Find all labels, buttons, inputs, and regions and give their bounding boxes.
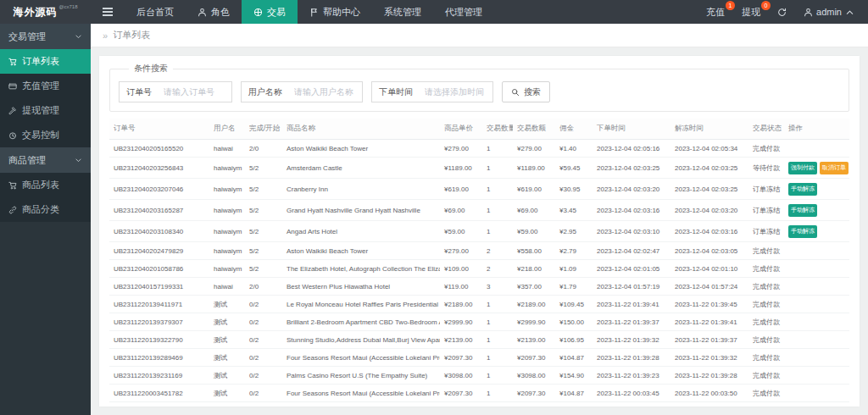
cell-qty: 1 (482, 158, 513, 179)
cell-product: Palms Casino Resort U.S (The Empathy Sui… (282, 367, 440, 385)
cell-commission: ¥1.40 (555, 140, 593, 158)
person-icon (804, 8, 813, 17)
table-row: UB2312040203207046haiwaiym5/2Cranberry I… (109, 179, 849, 200)
recharge-label: 充值 (706, 7, 725, 17)
cell-commission: ¥104.87 (555, 385, 593, 402)
cell-total: ¥59.00 (513, 221, 555, 242)
cell-ratio: 2/0 (245, 140, 282, 158)
cell-unfreeze-time: 2023-11-22 01:39:28 (670, 367, 748, 385)
cell-id: UB2312040203108340 (109, 221, 209, 242)
cell-total: ¥69.00 (513, 200, 555, 221)
user-menu[interactable]: admin (804, 7, 854, 17)
cell-commission: ¥106.95 (555, 331, 593, 349)
cell-status: 完成付款 (748, 349, 784, 367)
cell-price: ¥119.00 (440, 278, 482, 296)
nav-item[interactable]: 角色 (186, 0, 242, 24)
search-button[interactable]: 搜索 (502, 81, 550, 102)
cell-order-time: 2023-11-22 01:39:23 (593, 367, 670, 385)
cell-user: 测试 (209, 313, 245, 331)
cell-ratio: 5/2 (245, 242, 282, 260)
cell-ratio: 2/0 (245, 278, 282, 296)
cell-qty: 1 (482, 296, 513, 313)
cell-price: ¥109.00 (440, 260, 482, 278)
cell-commission: ¥109.45 (555, 296, 593, 313)
withdraw-link[interactable]: 提现 0 (742, 6, 760, 19)
cell-unfreeze-time: 2023-12-04 02:05:34 (670, 140, 748, 158)
cell-product: Amsterdam Castle (282, 158, 440, 179)
cell-price: ¥3098.00 (440, 402, 482, 407)
sidebar-item-label: 充值管理 (22, 80, 59, 92)
sidebar-item[interactable]: 商品列表 (0, 173, 91, 197)
nav-item[interactable]: 系统管理 (372, 0, 433, 24)
cell-actions (784, 260, 849, 278)
cell-order-time: 2023-12-04 02:05:16 (593, 140, 670, 158)
action-button[interactable]: 手动解冻 (788, 225, 817, 238)
sidebar-section-header[interactable]: 商品管理 (0, 147, 91, 173)
action-button[interactable]: 手动解冻 (788, 204, 817, 217)
cell-unfreeze-time: 2023-11-22 01:39:37 (670, 331, 748, 349)
cell-price: ¥1189.00 (440, 158, 482, 179)
menu-toggle-icon[interactable] (91, 0, 125, 24)
nav-item[interactable]: 交易 (242, 0, 298, 24)
nav-item-label: 代理管理 (445, 6, 482, 19)
cell-product: Brilliant 2-Bedroom Apartment CBD Two-Be… (282, 313, 440, 331)
gavel-icon (8, 107, 17, 115)
cell-price: ¥279.00 (440, 140, 482, 158)
refresh-icon[interactable] (777, 8, 787, 17)
cell-qty: 1 (482, 331, 513, 349)
sidebar-item[interactable]: 提现管理 (0, 98, 91, 123)
card-icon (8, 82, 17, 91)
topbar-nav: 后台首页角色交易帮助中心系统管理代理管理 (125, 0, 494, 24)
cell-unfreeze-time: 2023-12-04 02:03:20 (670, 200, 748, 221)
nav-item[interactable]: 后台首页 (125, 0, 186, 24)
cell-qty: 2 (482, 260, 513, 278)
cell-total: ¥558.00 (513, 242, 555, 260)
cell-unfreeze-time: 2023-11-22 01:39:41 (670, 313, 748, 331)
table-row: UB2312040157199331haiwai2/0Best Western … (109, 278, 849, 296)
cell-order-time: 2023-11-22 01:39:41 (593, 296, 670, 313)
nav-item-label: 帮助中心 (323, 6, 360, 19)
cell-product: Angad Arts Hotel (282, 221, 440, 242)
sidebar-section-header[interactable]: 交易管理 (0, 24, 91, 49)
cell-ratio: 0/2 (245, 313, 282, 331)
search-field-input[interactable] (159, 82, 231, 102)
cell-total: ¥2097.30 (513, 385, 555, 402)
cell-commission: ¥2.79 (555, 242, 593, 260)
recharge-link[interactable]: 充值 1 (706, 6, 725, 19)
cell-status: 订单冻结 (748, 221, 784, 242)
cell-ratio: 5/2 (245, 179, 282, 200)
order-list-card: 条件搜索 订单号用户名称下单时间 搜索 订单号用户名完成/开始商品名称商品单价交… (99, 56, 860, 407)
breadcrumb-label: 订单列表 (113, 29, 150, 42)
cell-status: 完成付款 (748, 140, 784, 158)
cell-user: 测试 (209, 385, 245, 402)
chevron-up-icon (845, 8, 854, 17)
search-field-input[interactable] (289, 82, 362, 102)
nav-item-label: 后台首页 (136, 6, 174, 19)
cell-user: haiwaiym (209, 242, 245, 260)
cell-product: Four Seasons Resort Maui (Accessible Lok… (282, 385, 440, 402)
table-row: UB2311220139289469测试0/2Four Seasons Reso… (109, 349, 849, 367)
sidebar-item-label: 订单列表 (22, 55, 59, 68)
sidebar-item[interactable]: 商品分类 (0, 197, 91, 222)
sidebar-item[interactable]: 充值管理 (0, 74, 91, 98)
search-field-input[interactable] (420, 82, 492, 102)
cell-order-time: 2023-12-04 01:57:19 (593, 278, 670, 296)
cell-total: ¥3098.00 (513, 402, 555, 407)
nav-item[interactable]: 代理管理 (433, 0, 494, 24)
cell-ratio: 5/2 (245, 221, 282, 242)
sidebar: 交易管理订单列表充值管理提现管理交易控制商品管理商品列表商品分类 (0, 24, 91, 415)
sidebar-item[interactable]: 订单列表 (0, 49, 91, 74)
sidebar-item-label: 提现管理 (22, 104, 59, 117)
cell-id: UB2311220139322790 (109, 331, 209, 349)
nav-item[interactable]: 帮助中心 (298, 0, 372, 24)
sidebar-item[interactable]: 交易控制 (0, 123, 91, 147)
action-button[interactable]: 取消订单 (820, 162, 849, 174)
column-header: 商品名称 (282, 119, 440, 140)
column-header: 下单时间 (593, 119, 670, 140)
action-button[interactable]: 手动解冻 (788, 183, 817, 196)
action-button[interactable]: 强制付款 (788, 162, 817, 174)
cell-id: UB2312040201058786 (109, 260, 209, 278)
cell-ratio: 0/2 (245, 385, 282, 402)
cell-product: Grand Hyatt Nashville Grand Hyatt Nashvi… (282, 200, 440, 221)
column-header: 用户名 (209, 119, 245, 140)
